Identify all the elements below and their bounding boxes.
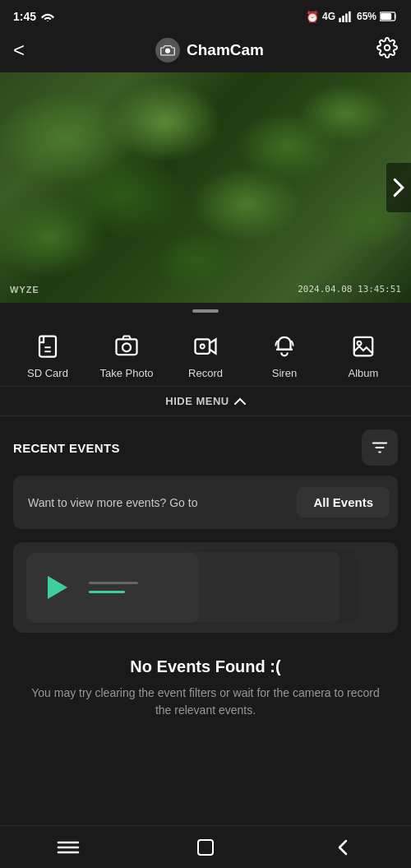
alarm-icon: ⏰ — [306, 11, 319, 23]
filter-icon — [371, 439, 389, 457]
status-time: 1:45 — [13, 10, 54, 23]
camera-timestamp: 2024.04.08 13:45:51 — [298, 284, 401, 295]
app-title: ChamCam — [187, 41, 264, 59]
event-lines — [89, 582, 138, 593]
play-icon-container — [39, 569, 76, 606]
status-indicators: ⏰ 4G 65% — [306, 11, 398, 23]
time-display: 1:45 — [13, 10, 36, 23]
hide-menu-label: HIDE MENU — [165, 395, 229, 407]
all-events-button[interactable]: All Events — [297, 487, 390, 518]
network-indicator: 4G — [322, 11, 335, 22]
nav-back-button[interactable] — [326, 831, 359, 864]
signal-icon — [339, 11, 353, 22]
no-events-card — [13, 542, 398, 633]
nav-menu-icon — [57, 839, 80, 856]
hide-menu-button[interactable]: HIDE MENU — [0, 386, 411, 416]
record-label: Record — [188, 367, 223, 379]
action-menu: SD Card Take Photo Record — [0, 319, 411, 386]
album-icon — [351, 334, 376, 359]
status-bar: 1:45 ⏰ 4G 65% — [0, 0, 411, 30]
gear-icon — [376, 37, 398, 58]
header-title-group: ChamCam — [155, 38, 264, 63]
siren-icon — [272, 334, 297, 359]
nav-home-button[interactable] — [189, 831, 222, 864]
svg-rect-6 — [381, 14, 391, 20]
recent-events-header: RECENT EVENTS — [0, 416, 411, 476]
nav-home-icon — [197, 839, 214, 856]
battery-icon — [380, 12, 398, 21]
wifi-icon — [41, 12, 54, 21]
sd-card-icon-container — [32, 331, 63, 362]
svg-rect-14 — [196, 339, 210, 354]
svg-rect-2 — [342, 16, 344, 22]
sd-card-label: SD Card — [27, 367, 68, 379]
take-photo-icon-container — [111, 331, 142, 362]
action-album[interactable]: Album — [334, 331, 393, 379]
action-record[interactable]: Record — [176, 331, 235, 379]
filter-button[interactable] — [362, 429, 398, 466]
chevron-up-icon — [234, 397, 246, 406]
no-events-description: You may try clearing the event filters o… — [26, 685, 385, 719]
sd-card-icon — [35, 334, 60, 359]
all-events-banner: Want to view more events? Go to All Even… — [13, 476, 398, 529]
swipe-dot — [192, 309, 219, 313]
event-line-green — [89, 591, 125, 593]
svg-point-0 — [47, 21, 49, 21]
camera-logo — [155, 38, 180, 63]
take-photo-label: Take Photo — [99, 367, 153, 379]
play-icon — [48, 576, 67, 599]
no-events-section: No Events Found :( You may try clearing … — [0, 649, 411, 736]
nav-menu-button[interactable] — [52, 831, 85, 864]
action-sd-card[interactable]: SD Card — [18, 331, 77, 379]
bottom-navigation — [0, 825, 411, 868]
no-events-title: No Events Found :( — [26, 657, 385, 676]
svg-point-18 — [358, 341, 362, 346]
event-card-preview — [26, 553, 199, 623]
svg-rect-9 — [39, 337, 56, 357]
settings-button[interactable] — [376, 37, 398, 63]
album-label: Album — [349, 367, 379, 379]
action-siren[interactable]: Siren — [255, 331, 314, 379]
camera-watermark: WYZE — [10, 285, 39, 295]
record-icon-container — [190, 331, 221, 362]
camera-feed: WYZE 2024.04.08 13:45:51 — [0, 72, 411, 303]
camera-next-button[interactable] — [386, 163, 411, 212]
take-photo-icon — [114, 334, 139, 359]
nav-back-icon — [335, 838, 351, 857]
recent-events-title: RECENT EVENTS — [13, 441, 120, 455]
svg-point-7 — [165, 49, 170, 53]
swipe-indicator — [0, 303, 411, 319]
event-line-gray — [89, 582, 138, 584]
album-icon-container — [348, 331, 379, 362]
battery-display: 65% — [357, 11, 376, 22]
svg-rect-1 — [339, 18, 341, 22]
svg-rect-17 — [354, 337, 373, 356]
svg-rect-4 — [349, 12, 351, 22]
record-icon — [193, 334, 218, 359]
svg-point-13 — [122, 343, 131, 351]
svg-point-15 — [201, 345, 205, 349]
siren-label: Siren — [272, 367, 297, 379]
action-take-photo[interactable]: Take Photo — [97, 331, 156, 379]
app-header: < ChamCam — [0, 30, 411, 72]
svg-rect-3 — [345, 14, 348, 23]
all-events-prompt: Want to view more events? Go to — [28, 496, 197, 509]
svg-point-8 — [385, 45, 390, 51]
siren-icon-container — [269, 331, 300, 362]
camera-video — [0, 72, 411, 303]
camera-logo-icon — [160, 44, 175, 56]
back-button[interactable]: < — [13, 39, 43, 62]
